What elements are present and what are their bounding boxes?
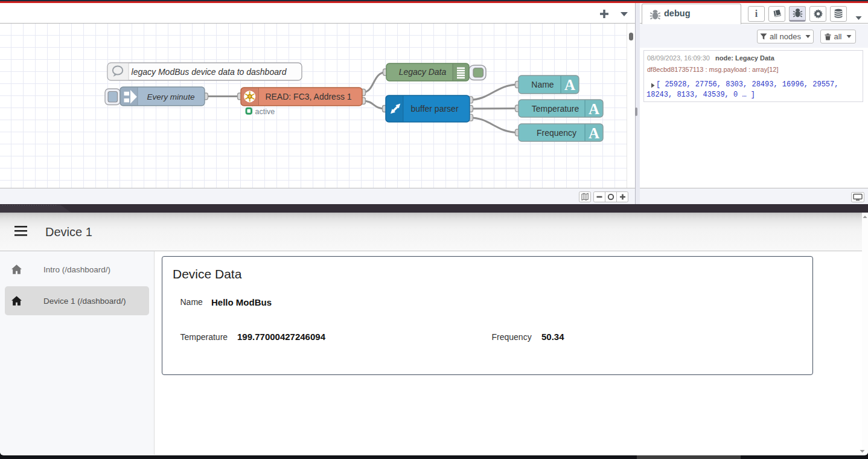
svg-text:legacy ModBus device data to d: legacy ModBus device data to dashboard — [132, 67, 287, 77]
svg-text:Every minute: Every minute — [147, 92, 195, 101]
svg-text:Temperature: Temperature — [532, 104, 579, 114]
svg-text:Name: Name — [531, 80, 554, 89]
svg-text:buffer parser: buffer parser — [410, 104, 458, 114]
svg-text:A: A — [589, 125, 599, 141]
svg-text:Frequency: Frequency — [537, 128, 576, 138]
svg-text:READ: FC3, Address 1: READ: FC3, Address 1 — [265, 92, 351, 101]
svg-text:active: active — [255, 108, 275, 116]
svg-text:A: A — [589, 101, 599, 117]
svg-text:Legacy Data: Legacy Data — [399, 67, 447, 77]
svg-text:A: A — [564, 77, 575, 93]
